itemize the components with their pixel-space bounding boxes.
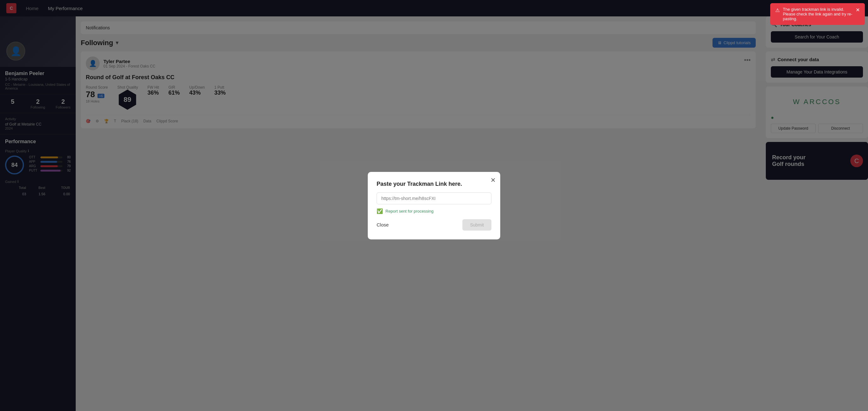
error-toast: ⚠ The given trackman link is invalid. Pl…: [770, 3, 865, 25]
trackman-link-input[interactable]: [377, 192, 491, 204]
modal-actions: Close Submit: [377, 219, 491, 230]
check-circle-icon: ✅: [377, 208, 383, 214]
toast-message: The given trackman link is invalid. Plea…: [783, 7, 852, 21]
modal-overlay[interactable]: Paste your Trackman Link here. ✕ ✅ Repor…: [0, 0, 868, 411]
warning-icon: ⚠: [775, 7, 780, 13]
modal-success-text: Report sent for processing: [385, 209, 433, 214]
modal-submit-button[interactable]: Submit: [462, 219, 491, 230]
toast-close-button[interactable]: ✕: [856, 7, 860, 13]
modal-close-x-button[interactable]: ✕: [491, 176, 496, 184]
modal-success-message: ✅ Report sent for processing: [377, 208, 491, 214]
modal-title: Paste your Trackman Link here.: [377, 181, 491, 187]
modal-close-button[interactable]: Close: [377, 222, 389, 227]
trackman-modal: Paste your Trackman Link here. ✕ ✅ Repor…: [368, 172, 500, 240]
